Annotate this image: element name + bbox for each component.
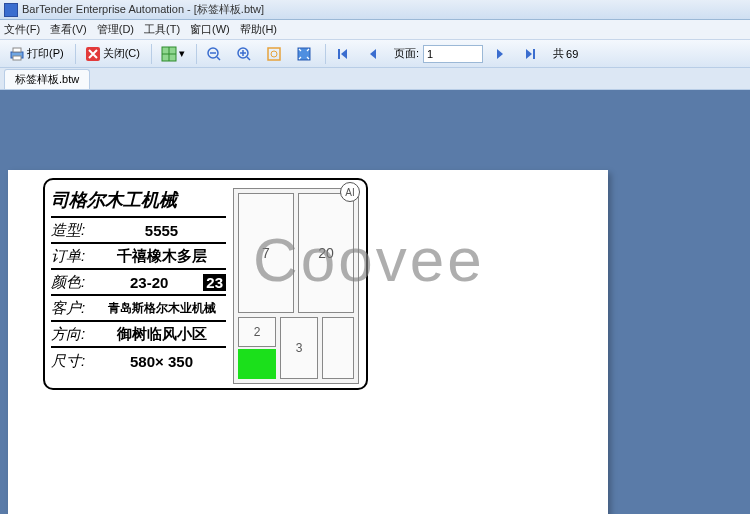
menu-admin[interactable]: 管理(D) [97,22,134,37]
zoom-out-icon [206,46,222,62]
direction-value: 御树临风小区 [97,325,226,344]
prev-icon [365,46,381,62]
direction-key: 方向: [51,325,97,344]
menu-tools[interactable]: 工具(T) [144,22,180,37]
window-title: BarTender Enterprise Automation - [标签样板.… [22,2,264,17]
separator [325,44,326,64]
panel-5 [322,317,354,379]
zoom-fit-icon [266,46,282,62]
row-color: 颜色: 23-20 23 [51,270,226,296]
first-icon [335,46,351,62]
panel-1: 7 [238,193,294,313]
customer-key: 客户: [51,299,97,318]
zoom-out-button[interactable] [201,43,229,65]
color-value: 23-20 [97,274,201,291]
zoom-in-icon [236,46,252,62]
panel-3: 2 [238,317,276,347]
label-card: 司格尔木工机械 造型: 5555 订单: 千禧橡木多层 颜色: 23-20 23… [43,178,368,390]
svg-rect-17 [338,49,340,59]
separator [75,44,76,64]
workspace: 司格尔木工机械 造型: 5555 订单: 千禧橡木多层 颜色: 23-20 23… [0,90,750,514]
next-icon [492,46,508,62]
total-prefix: 共 [553,46,564,61]
label-title: 司格尔木工机械 [51,186,226,218]
print-label: 打印(P) [27,46,64,61]
svg-line-9 [217,57,220,60]
close-button[interactable]: 关闭(C) [80,43,145,65]
size-key: 尺寸: [51,352,97,371]
separator [151,44,152,64]
panel-2: 20 [298,193,354,313]
zoom-in-button[interactable] [231,43,259,65]
separator [196,44,197,64]
row-size: 尺寸: 580× 350 [51,348,226,374]
menu-file[interactable]: 文件(F) [4,22,40,37]
tab-bar: 标签样板.btw [0,68,750,90]
printer-icon [9,46,25,62]
toolbar: 打印(P) 关闭(C) ▾ 页面: 共 69 [0,40,750,68]
prev-page-button[interactable] [360,43,388,65]
first-page-button[interactable] [330,43,358,65]
svg-rect-1 [13,48,21,52]
order-value: 千禧橡木多层 [97,247,226,266]
menu-window[interactable]: 窗口(W) [190,22,230,37]
label-fields: 司格尔木工机械 造型: 5555 订单: 千禧橡木多层 颜色: 23-20 23… [51,186,226,374]
menu-bar: 文件(F) 查看(V) 管理(D) 工具(T) 窗口(W) 帮助(H) [0,20,750,40]
last-icon [522,46,538,62]
svg-rect-18 [533,49,535,59]
close-icon [85,46,101,62]
row-direction: 方向: 御树临风小区 [51,322,226,348]
svg-rect-14 [268,48,280,60]
door-diagram: 7 20 2 3 [233,188,359,384]
order-key: 订单: [51,247,97,266]
tab-label: 标签样板.btw [15,72,79,87]
row-customer: 客户: 青岛斯格尔木业机械 [51,296,226,322]
svg-point-15 [271,51,277,57]
zoom-fit-button[interactable] [261,43,289,65]
total-value: 69 [566,48,578,60]
svg-rect-2 [13,56,21,60]
menu-view[interactable]: 查看(V) [50,22,87,37]
grid-button[interactable]: ▾ [156,43,190,65]
style-value: 5555 [97,222,226,239]
page-canvas: 司格尔木工机械 造型: 5555 订单: 千禧橡木多层 颜色: 23-20 23… [8,170,608,514]
title-bar: BarTender Enterprise Automation - [标签样板.… [0,0,750,20]
app-icon [4,3,18,17]
dropdown-icon: ▾ [179,47,185,60]
panel-4: 3 [280,317,318,379]
customer-value: 青岛斯格尔木业机械 [97,300,226,317]
panel-highlight [238,349,276,379]
menu-help[interactable]: 帮助(H) [240,22,277,37]
next-page-button[interactable] [487,43,515,65]
style-key: 造型: [51,221,97,240]
fullscreen-icon [296,46,312,62]
close-label: 关闭(C) [103,46,140,61]
page-label: 页面: [394,46,419,61]
svg-line-13 [247,57,250,60]
grid-icon [161,46,177,62]
color-key: 颜色: [51,273,97,292]
fullscreen-button[interactable] [291,43,319,65]
ai-badge: AI [340,182,360,202]
row-order: 订单: 千禧橡木多层 [51,244,226,270]
print-button[interactable]: 打印(P) [4,43,69,65]
document-tab[interactable]: 标签样板.btw [4,69,90,89]
page-input[interactable] [423,45,483,63]
color-badge: 23 [203,274,226,291]
size-value: 580× 350 [97,353,226,370]
last-page-button[interactable] [517,43,545,65]
row-style: 造型: 5555 [51,218,226,244]
